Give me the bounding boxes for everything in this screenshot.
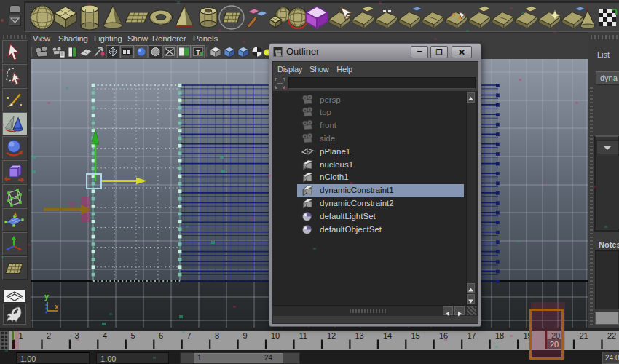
svg-text:y: y — [44, 292, 50, 301]
svg-text:12: 12 — [327, 331, 336, 340]
svg-text:7: 7 — [186, 331, 191, 340]
svg-text:15: 15 — [411, 331, 419, 340]
svg-text:1: 1 — [18, 331, 23, 340]
svg-text:17: 17 — [467, 331, 476, 340]
svg-text:T: T — [196, 49, 200, 56]
svg-text:x: x — [55, 303, 59, 311]
svg-text:18: 18 — [495, 331, 504, 340]
svg-text:8: 8 — [215, 331, 219, 340]
svg-text:22: 22 — [607, 331, 616, 340]
svg-text:11: 11 — [299, 331, 307, 340]
svg-text:21: 21 — [579, 331, 588, 340]
svg-text:5: 5 — [130, 331, 135, 340]
svg-text:4: 4 — [103, 331, 107, 340]
svg-text:2: 2 — [47, 331, 51, 340]
svg-text:6: 6 — [159, 331, 163, 340]
svg-text:9: 9 — [243, 331, 247, 340]
svg-text:14: 14 — [383, 331, 392, 340]
svg-text:10: 10 — [271, 331, 280, 340]
svg-text:13: 13 — [355, 331, 363, 340]
